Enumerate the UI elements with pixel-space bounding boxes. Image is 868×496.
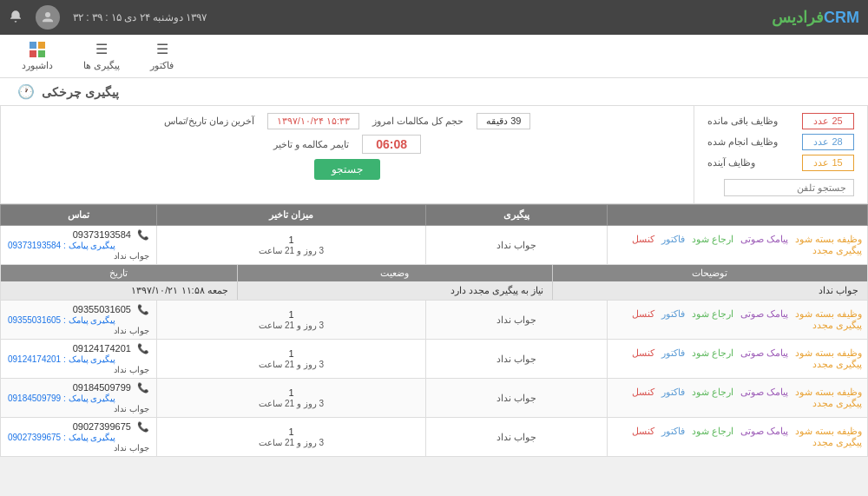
toolbar: داشبورد ☰ پیگیری ها ☰ فاکتور xyxy=(0,35,868,78)
contact-cell: 📞 09184509799 پیگیری پیامک : 09184509799… xyxy=(1,379,157,418)
notification-bell[interactable] xyxy=(9,10,23,26)
invoice-btn[interactable]: فاکتور xyxy=(661,308,685,319)
close-task-btn[interactable]: وظیفه بسته شود xyxy=(795,308,862,319)
sms-btn[interactable]: پیامک صوتی xyxy=(740,426,788,436)
dashboard-label: داشبورد xyxy=(22,60,53,71)
phone-icon: 📞 xyxy=(137,343,149,354)
last-contact-value: ۱۵:۳۳ ۱۳۹۷/۱۰/۲۴ xyxy=(267,113,359,129)
toolbar-followup[interactable]: ☰ پیگیری ها xyxy=(70,36,133,76)
logo: CRMفرادیس xyxy=(772,8,859,27)
contact-cell: 📞 09373193584 پیگیری پیامک : 09373193584… xyxy=(1,226,157,265)
sms-btn[interactable]: پیامک صوتی xyxy=(740,308,788,319)
col-actions xyxy=(608,205,868,226)
remaining-tasks-row: 25 عدد وظایف باقی مانده xyxy=(707,113,854,129)
action-buttons: وظیفه بسته شود پیامک صوتی ارجاع شود فاکت… xyxy=(608,340,868,379)
timer-value: 06:08 xyxy=(362,135,421,154)
toolbar-dashboard[interactable]: داشبورد xyxy=(9,37,66,76)
refer-btn[interactable]: ارجاع شود xyxy=(692,426,733,436)
cancel-btn[interactable]: کنسل xyxy=(632,308,654,319)
answer-label: جواب نداد xyxy=(114,251,149,261)
action-buttons: وظیفه بسته شود پیامک صوتی ارجاع شود فاکت… xyxy=(608,301,868,340)
answer-label: جواب نداد xyxy=(114,404,149,413)
date-header: تاریخ xyxy=(1,265,237,281)
dashboard-icon xyxy=(30,42,45,57)
cancel-btn[interactable]: کنسل xyxy=(632,234,654,244)
refer-btn[interactable]: ارجاع شود xyxy=(692,308,733,319)
delay-text: 3 روز و 21 ساعت xyxy=(259,360,324,369)
left-controls: 39 دقیقه حجم کل مکالمات امروز ۱۵:۳۳ ۱۳۹۷… xyxy=(1,106,694,203)
phone-icon: 📞 xyxy=(137,229,149,240)
close-task-btn[interactable]: وظیفه بسته شود xyxy=(795,234,862,244)
remaining-tasks-value: 25 عدد xyxy=(802,113,854,129)
status-cell: جواب نداد xyxy=(426,340,608,379)
timer-label: تایمر مکالمه و تاخیر xyxy=(273,139,349,150)
search-button[interactable]: جستجو xyxy=(314,159,380,180)
phone-icon: 📞 xyxy=(137,421,149,432)
answer-label: جواب نداد xyxy=(114,443,149,453)
phone-number: 09124174201 xyxy=(73,343,131,354)
invoice-btn[interactable]: فاکتور xyxy=(661,387,685,397)
col-contact: تماس xyxy=(1,205,157,226)
cancel-btn[interactable]: کنسل xyxy=(632,426,654,436)
table-wrapper[interactable]: پیگیری میزان تاخیر تماس وظیفه بسته شود پ… xyxy=(0,204,868,457)
future-tasks-value: 15 عدد xyxy=(802,155,854,171)
sms-btn[interactable]: پیامک صوتی xyxy=(740,234,788,244)
volume-value: 39 دقیقه xyxy=(477,113,530,129)
table-row: وظیفه بسته شود پیامک صوتی ارجاع شود فاکت… xyxy=(1,340,868,379)
phone-search-input[interactable] xyxy=(724,179,854,196)
followup-btn[interactable]: پیگیری مجدد xyxy=(812,437,862,447)
close-task-btn[interactable]: وظیفه بسته شود xyxy=(795,347,862,358)
delay-number: 1 xyxy=(289,235,294,245)
status-text: جواب نداد xyxy=(496,240,536,250)
invoice-btn[interactable]: فاکتور xyxy=(661,347,685,358)
volume-row: 39 دقیقه حجم کل مکالمات امروز ۱۵:۳۳ ۱۳۹۷… xyxy=(18,113,676,129)
action-buttons: وظیفه بسته شود پیامک صوتی ارجاع شود فاکت… xyxy=(608,418,868,457)
avatar[interactable] xyxy=(36,5,60,30)
header: CRMفرادیس ۱۳۹۷ دوشنبه ۲۴ دی ۱۵ : ۳۹ : ۳۲ xyxy=(0,0,868,35)
svg-point-0 xyxy=(45,12,50,17)
close-task-btn[interactable]: وظیفه بسته شود xyxy=(795,426,862,436)
main-table: پیگیری میزان تاخیر تماس وظیفه بسته شود پ… xyxy=(0,204,868,457)
sms-btn[interactable]: پیامک صوتی xyxy=(740,387,788,397)
delay-cell: 1 3 روز و 21 ساعت xyxy=(157,379,426,418)
followup-info: پیگیری پیامک : 09124174201 xyxy=(8,354,149,364)
phone-number: 09184509799 xyxy=(73,382,131,393)
logo-farads: فرادیس xyxy=(772,9,824,26)
followup-btn[interactable]: پیگیری مجدد xyxy=(812,320,862,330)
description-section: توضیحات جواب نداد xyxy=(553,265,867,300)
contact-cell: 📞 09355031605 پیگیری پیامک : 09355031605… xyxy=(1,301,157,340)
description-header: توضیحات xyxy=(553,265,867,281)
status-cell: جواب نداد xyxy=(426,418,608,457)
refer-btn[interactable]: ارجاع شود xyxy=(692,387,733,397)
phone-number: 09355031605 xyxy=(73,304,131,314)
refer-btn[interactable]: ارجاع شود xyxy=(692,234,733,244)
refer-btn[interactable]: ارجاع شود xyxy=(692,347,733,358)
delay-text: 3 روز و 21 ساعت xyxy=(259,399,324,408)
status-section: وضعیت نیاز به پیگیری مجدد دارد xyxy=(238,265,553,300)
remaining-tasks-label: وظایف باقی مانده xyxy=(707,116,778,127)
toolbar-fax[interactable]: ☰ فاکتور xyxy=(137,36,187,76)
cancel-btn[interactable]: کنسل xyxy=(632,387,654,397)
invoice-btn[interactable]: فاکتور xyxy=(661,234,685,244)
followup-btn[interactable]: پیگیری مجدد xyxy=(812,245,862,255)
cancel-btn[interactable]: کنسل xyxy=(632,347,654,358)
status-text: جواب نداد xyxy=(496,314,536,325)
status-text: جواب نداد xyxy=(496,432,536,442)
close-task-btn[interactable]: وظیفه بسته شود xyxy=(795,387,862,397)
delay-text: 3 روز و 21 ساعت xyxy=(259,438,324,447)
invoice-btn[interactable]: فاکتور xyxy=(661,426,685,436)
answer-label: جواب نداد xyxy=(114,365,149,374)
status-value: نیاز به پیگیری مجدد دارد xyxy=(238,281,552,300)
contact-cell: 📞 09124174201 پیگیری پیامک : 09124174201… xyxy=(1,340,157,379)
followup-btn[interactable]: پیگیری مجدد xyxy=(812,398,862,408)
followup-btn[interactable]: پیگیری مجدد xyxy=(812,359,862,369)
delay-text: 3 روز و 21 ساعت xyxy=(259,246,324,255)
phone-number: 09373193584 xyxy=(73,229,131,240)
sms-btn[interactable]: پیامک صوتی xyxy=(740,347,788,358)
delay-cell: 1 3 روز و 21 ساعت xyxy=(157,340,426,379)
delay-cell: 1 3 روز و 21 ساعت xyxy=(157,301,426,340)
col-delay: میزان تاخیر xyxy=(157,205,426,226)
delay-number: 1 xyxy=(289,348,294,359)
answer-label: جواب نداد xyxy=(114,326,149,335)
timer-row: 06:08 تایمر مکالمه و تاخیر xyxy=(18,135,676,154)
